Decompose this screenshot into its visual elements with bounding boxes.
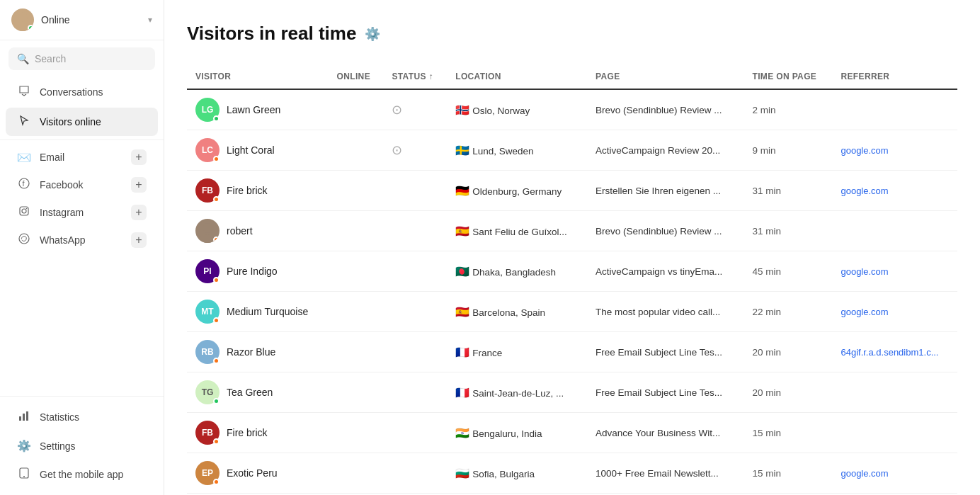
time-text: 20 min xyxy=(752,387,781,398)
status-cell xyxy=(383,171,447,211)
whatsapp-icon xyxy=(17,233,31,247)
time-text: 15 min xyxy=(752,428,781,438)
mobile-icon xyxy=(17,467,31,482)
instagram-label: Instagram xyxy=(40,207,84,218)
svg-point-0 xyxy=(18,12,28,22)
time-text: 31 min xyxy=(752,226,781,237)
referrer-link[interactable]: google.com xyxy=(841,145,888,156)
page-cell: ActiveCampaign Review 20... xyxy=(587,130,743,171)
table-row: PI Pure Indigo 🇧🇩Dhaka, BangladeshActive… xyxy=(187,251,957,292)
svg-point-13 xyxy=(203,223,212,233)
visitor-avatar: MT xyxy=(195,300,220,324)
visitor-cell: EP Exotic Peru xyxy=(187,453,329,494)
cursor-icon xyxy=(17,115,31,129)
online-cell xyxy=(329,89,384,130)
location-cell: 🇪🇸Barcelona, Spain xyxy=(447,292,587,332)
user-name: Online xyxy=(41,14,141,25)
referrer-link[interactable]: google.com xyxy=(841,186,888,196)
time-text: 31 min xyxy=(752,186,781,196)
table-row: FB Fire brick 🇩🇪Oldenburg, GermanyErstel… xyxy=(187,171,957,211)
referrer-cell: google.com xyxy=(832,171,957,211)
svg-rect-10 xyxy=(26,411,28,421)
nav-facebook[interactable]: f Facebook + xyxy=(6,171,158,198)
nav-email[interactable]: ✉️ Email + xyxy=(6,144,158,171)
user-row[interactable]: Online ▾ xyxy=(0,0,164,40)
col-location: LOCATION xyxy=(447,64,587,89)
location-text: Sant Feliu de Guíxol... xyxy=(472,227,567,237)
flag-icon: 🇩🇪 xyxy=(455,185,469,197)
whatsapp-add-button[interactable]: + xyxy=(131,232,147,248)
page-cell: Brevo (Sendinblue) Review ... xyxy=(587,89,743,130)
nav-statistics[interactable]: Statistics xyxy=(6,403,158,431)
visitor-cell: TG Tea Green xyxy=(187,372,329,413)
email-add-button[interactable]: + xyxy=(131,149,147,165)
flag-icon: 🇧🇬 xyxy=(455,467,469,479)
location-cell: 🇫🇷France xyxy=(447,332,587,372)
referrer-cell xyxy=(832,211,957,251)
sidebar: Online ▾ 🔍 Search Conversations Visitors… xyxy=(0,0,164,495)
table-row: EP Exotic Peru 🇧🇬Sofia, Bulgaria1000+ Fr… xyxy=(187,453,957,494)
settings-gear-icon[interactable]: ⚙️ xyxy=(365,26,380,42)
referrer-link[interactable]: 64gif.r.a.d.sendibm1.c... xyxy=(841,347,938,358)
time-cell: 9 min xyxy=(743,130,832,171)
search-box[interactable]: 🔍 Search xyxy=(8,47,155,70)
table-row: LC Light Coral ⊙🇸🇪Lund, SwedenActiveCamp… xyxy=(187,130,957,171)
nav-settings[interactable]: ⚙️ Settings xyxy=(6,432,158,460)
facebook-add-button[interactable]: + xyxy=(131,177,147,193)
referrer-cell xyxy=(832,413,957,453)
status-cell xyxy=(383,251,447,292)
visitor-cell: MT Medium Turquoise xyxy=(187,292,329,332)
mobile-app-label: Get the mobile app xyxy=(40,469,123,480)
col-time-on-page: TIME ON PAGE xyxy=(743,64,832,89)
conversations-icon xyxy=(17,85,31,99)
visitor-avatar: FB xyxy=(195,178,220,203)
status-cell xyxy=(383,332,447,372)
search-label: Search xyxy=(35,53,66,64)
referrer-link[interactable]: google.com xyxy=(841,266,888,277)
visitor-name: Lawn Green xyxy=(227,104,280,115)
online-cell xyxy=(329,292,384,332)
channels-section: ✉️ Email + f Facebook + Instagram + What… xyxy=(0,140,164,257)
nav-whatsapp[interactable]: WhatsApp + xyxy=(6,227,158,254)
visitors-table: VISITOR ONLINE STATUS ↑ LOCATION PAGE TI… xyxy=(187,64,957,495)
visitor-avatar: LG xyxy=(195,98,220,122)
flag-icon: 🇮🇳 xyxy=(455,427,469,439)
nav-mobile-app[interactable]: Get the mobile app xyxy=(6,460,158,489)
instagram-icon xyxy=(17,205,31,220)
location-cell: 🇳🇴Oslo, Norway xyxy=(447,89,587,130)
visitor-name: Razor Blue xyxy=(227,346,275,358)
status-cell: ⊙ xyxy=(383,130,447,171)
nav-conversations[interactable]: Conversations xyxy=(6,78,158,106)
status-cell xyxy=(383,292,447,332)
nav-instagram[interactable]: Instagram + xyxy=(6,199,158,226)
referrer-link[interactable]: google.com xyxy=(841,307,888,317)
page-text: Free Email Subject Line Tes... xyxy=(596,387,722,398)
visitor-cell: PI Pure Indigo xyxy=(187,251,329,292)
online-cell xyxy=(329,171,384,211)
facebook-icon: f xyxy=(17,178,31,192)
referrer-link[interactable]: google.com xyxy=(841,468,888,479)
avatar xyxy=(11,8,34,31)
referrer-cell: google.com xyxy=(832,453,957,494)
status-cell: ⊙ xyxy=(383,89,447,130)
instagram-add-button[interactable]: + xyxy=(131,205,147,220)
email-label: Email xyxy=(40,152,64,163)
online-cell xyxy=(329,211,384,251)
svg-rect-9 xyxy=(23,414,25,421)
page-cell: 1000+ Free Email Newslett... xyxy=(587,453,743,494)
visitor-name: Light Coral xyxy=(227,144,275,156)
page-title: Visitors in real time xyxy=(187,23,356,45)
svg-point-5 xyxy=(22,209,26,213)
col-status[interactable]: STATUS ↑ xyxy=(383,64,447,89)
table-row: robert 🇪🇸Sant Feliu de Guíxol...Brevo (S… xyxy=(187,211,957,251)
nav-visitors-online[interactable]: Visitors online xyxy=(6,108,158,136)
flag-icon: 🇫🇷 xyxy=(455,387,469,399)
time-text: 22 min xyxy=(752,307,781,317)
location-text: Sofia, Bulgaria xyxy=(472,469,535,479)
location-text: Barcelona, Spain xyxy=(472,307,545,318)
visitor-name: Medium Turquoise xyxy=(227,306,308,317)
page-text: The most popular video call... xyxy=(596,307,720,317)
online-status-dot xyxy=(28,25,34,31)
referrer-cell: google.com xyxy=(832,251,957,292)
location-text: Saint-Jean-de-Luz, ... xyxy=(472,388,564,399)
